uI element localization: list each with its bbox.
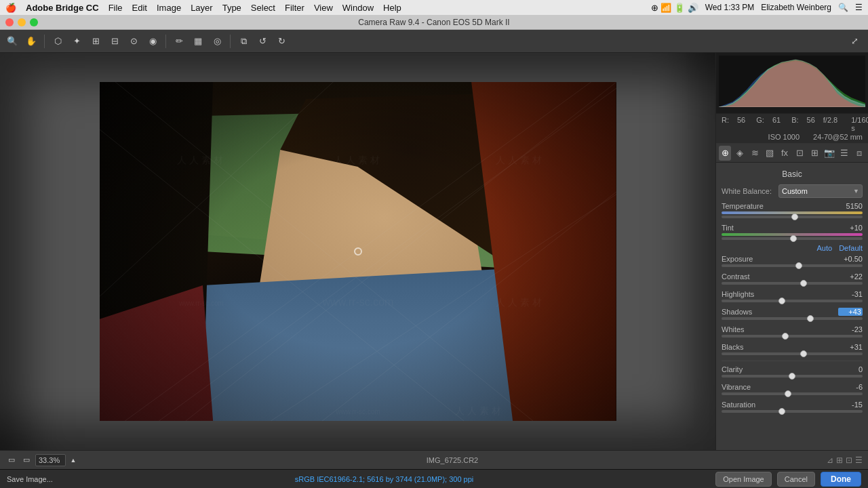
clarity-value[interactable]: 0 xyxy=(838,365,863,373)
menu-select[interactable]: Select xyxy=(251,3,275,13)
zoom-in-button[interactable]: ▭ xyxy=(20,454,33,466)
tab-effects[interactable]: ⊞ xyxy=(808,146,821,161)
saturation-value[interactable]: -15 xyxy=(838,401,863,409)
hand-tool[interactable]: ✋ xyxy=(23,33,39,49)
zoom-tool[interactable]: 🔍 xyxy=(4,33,20,49)
rotate-ccw-tool[interactable]: ↺ xyxy=(254,33,271,49)
menu-edit[interactable]: Edit xyxy=(132,3,147,13)
whites-value[interactable]: -23 xyxy=(838,325,863,333)
temperature-track[interactable] xyxy=(722,216,863,218)
white-balance-select[interactable]: Custom ▼ xyxy=(778,184,863,198)
fullscreen-button[interactable]: ⤢ xyxy=(845,33,864,49)
exposure-track[interactable] xyxy=(722,264,863,267)
saturation-label: Saturation xyxy=(722,401,755,409)
rotate-cw-tool[interactable]: ↻ xyxy=(273,33,290,49)
close-button[interactable] xyxy=(5,18,14,26)
auto-button[interactable]: Auto xyxy=(817,244,833,252)
temperature-slider-row: Temperature 5150 xyxy=(716,201,868,221)
shadows-value[interactable]: +43 xyxy=(838,308,863,316)
blacks-track[interactable] xyxy=(722,352,863,355)
vibrance-thumb[interactable] xyxy=(785,390,791,397)
tab-splitcolor[interactable]: fx xyxy=(778,146,791,161)
exposure-thumb[interactable] xyxy=(795,262,802,269)
tint-value[interactable]: +10 xyxy=(838,224,863,232)
filename-label: IMG_6725.CR2 xyxy=(83,456,821,464)
tool-separator-3 xyxy=(230,35,231,48)
exposure-value[interactable]: +0.50 xyxy=(838,255,863,263)
contrast-thumb[interactable] xyxy=(800,280,807,287)
zoom-input[interactable]: 33.3% xyxy=(35,454,66,466)
notification-icon[interactable]: ☰ xyxy=(855,3,863,12)
svg-line-4 xyxy=(235,192,616,421)
highlights-track[interactable] xyxy=(722,300,863,302)
file-info-link[interactable]: sRGB IEC61966-2.1; 5616 by 3744 (21.0MP)… xyxy=(295,475,474,483)
red-eye-tool[interactable]: ◉ xyxy=(144,33,161,49)
menu-help[interactable]: Help xyxy=(383,3,401,13)
save-image-button[interactable]: Save Image... xyxy=(7,475,53,483)
tint-thumb[interactable] xyxy=(790,235,797,242)
crop-tool[interactable]: ⊞ xyxy=(87,33,104,49)
graduated-filter-tool[interactable]: ▦ xyxy=(190,33,206,49)
saturation-thumb[interactable] xyxy=(778,408,785,415)
contrast-value[interactable]: +22 xyxy=(838,272,863,281)
tab-detail[interactable]: ≋ xyxy=(749,146,761,161)
blacks-value[interactable]: +31 xyxy=(838,343,863,351)
action-buttons: Open Image Cancel Done xyxy=(715,472,861,487)
tint-track[interactable] xyxy=(722,237,863,240)
temperature-value[interactable]: 5150 xyxy=(838,202,863,210)
canvas-area[interactable]: 人人素材 www.rr-sc.com www.rr-sc.com 人人素材 人人… xyxy=(0,53,715,450)
highlights-thumb[interactable] xyxy=(778,298,785,304)
tab-basic[interactable]: ⊕ xyxy=(719,146,731,161)
vibrance-track[interactable] xyxy=(722,392,863,395)
highlights-value[interactable]: -31 xyxy=(838,290,863,298)
blacks-slider-row: Blacks +31 xyxy=(716,342,868,358)
before-after-tool[interactable]: ⧉ xyxy=(235,33,252,49)
whites-thumb[interactable] xyxy=(782,333,789,340)
tab-lenscorr[interactable]: ⊡ xyxy=(793,146,806,161)
zoom-out-button[interactable]: ▭ xyxy=(5,454,18,466)
apple-menu[interactable]: 🍎 xyxy=(5,3,16,13)
list-icon[interactable]: ☰ xyxy=(855,455,863,465)
tab-snapshots[interactable]: ⧈ xyxy=(853,146,865,161)
tab-tonecurve[interactable]: ◈ xyxy=(734,146,746,161)
contrast-track[interactable] xyxy=(722,282,863,285)
spot-removal-tool[interactable]: ⊙ xyxy=(125,33,142,49)
tool-separator xyxy=(44,35,45,48)
tab-presets[interactable]: ☰ xyxy=(838,146,850,161)
zoom-spinner-up[interactable]: ▲ xyxy=(68,455,78,465)
menu-view[interactable]: View xyxy=(314,3,333,13)
menu-window[interactable]: Window xyxy=(342,3,374,13)
blacks-thumb[interactable] xyxy=(800,350,807,357)
temperature-thumb[interactable] xyxy=(791,214,798,220)
minimize-button[interactable] xyxy=(18,18,26,26)
open-image-button[interactable]: Open Image xyxy=(715,472,772,487)
tab-hsl[interactable]: ▧ xyxy=(764,146,776,161)
menu-file[interactable]: File xyxy=(108,3,123,13)
menu-image[interactable]: Image xyxy=(157,3,181,13)
vibrance-value[interactable]: -6 xyxy=(838,383,863,391)
straighten-tool[interactable]: ⊟ xyxy=(106,33,123,49)
menu-layer[interactable]: Layer xyxy=(191,3,213,13)
done-button[interactable]: Done xyxy=(821,472,861,487)
clarity-track[interactable] xyxy=(722,375,863,378)
saturation-track[interactable] xyxy=(722,410,863,413)
default-button[interactable]: Default xyxy=(839,244,863,252)
grid-icon[interactable]: ⊞ xyxy=(836,455,843,465)
whites-track[interactable] xyxy=(722,335,863,338)
menu-type[interactable]: Type xyxy=(222,3,241,13)
filter-icon[interactable]: ⊿ xyxy=(827,455,833,465)
shadows-track[interactable] xyxy=(722,317,863,320)
clarity-thumb[interactable] xyxy=(789,373,795,380)
adjustment-brush-tool[interactable]: ✏ xyxy=(171,33,187,49)
color-sampler-tool[interactable]: ✦ xyxy=(68,33,85,49)
radial-filter-tool[interactable]: ◎ xyxy=(209,33,225,49)
cancel-button[interactable]: Cancel xyxy=(777,472,815,487)
menu-filter[interactable]: Filter xyxy=(285,3,304,13)
maximize-button[interactable] xyxy=(30,18,38,26)
shadows-thumb[interactable] xyxy=(807,315,814,322)
tab-camera[interactable]: 📷 xyxy=(823,146,835,161)
search-icon[interactable]: 🔍 xyxy=(838,3,848,12)
compare-icon[interactable]: ⊡ xyxy=(846,455,852,465)
white-balance-tool[interactable]: ⬡ xyxy=(50,33,66,49)
shadows-label: Shadows xyxy=(722,308,752,316)
